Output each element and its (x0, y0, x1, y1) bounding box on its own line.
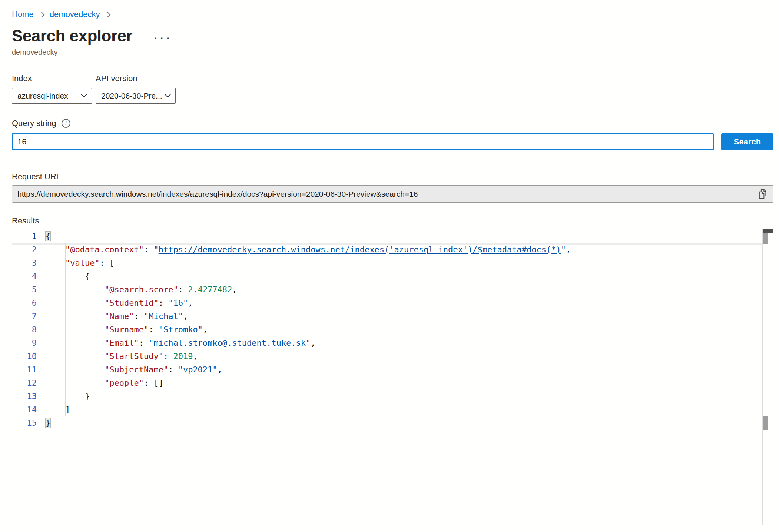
results-code-editor[interactable]: 123456789101112131415 { "@odata.context"… (12, 229, 773, 525)
code-token: : (134, 312, 144, 321)
code-token: "value" (65, 258, 100, 267)
code-token: { (46, 272, 90, 281)
code-token: } (46, 418, 50, 428)
request-url-box: https://demovedecky.search.windows.net/i… (12, 185, 773, 203)
editor-scrollbar-track (762, 229, 763, 525)
code-line: "Email": "michal.stromko@.student.tuke.s… (46, 336, 762, 350)
code-token: "Stromko" (159, 325, 203, 334)
code-token: 2019 (173, 352, 193, 361)
code-token (46, 365, 105, 374)
code-line: "SubjectName": "vp2021", (46, 363, 762, 376)
index-label: Index (12, 74, 92, 83)
more-options-button[interactable]: ··· (154, 30, 173, 42)
line-number: 4 (12, 270, 37, 283)
code-token: "Michal" (144, 312, 183, 321)
code-line: { (46, 230, 762, 243)
code-line: "people": [] (46, 376, 762, 390)
code-token (46, 312, 105, 321)
code-token: ] (46, 405, 70, 414)
code-line: } (46, 416, 762, 430)
editor-gutter: 123456789101112131415 (12, 230, 37, 430)
line-number: 13 (12, 390, 37, 403)
copy-icon (757, 188, 768, 200)
code-token: 2.4277482 (188, 285, 232, 294)
code-token (46, 378, 105, 388)
code-token: { (46, 232, 50, 241)
request-url-label: Request URL (12, 172, 773, 182)
code-token: : (144, 378, 154, 388)
code-line: "value": [ (46, 256, 762, 270)
code-line: } (46, 390, 762, 403)
code-token (46, 298, 105, 307)
code-token: : (178, 285, 188, 294)
query-string-input[interactable]: 16 (12, 133, 714, 150)
code-token: "@search.score" (105, 285, 178, 294)
code-token: : (139, 338, 149, 348)
code-token: } (46, 392, 90, 401)
code-line: "StartStudy": 2019, (46, 350, 762, 363)
code-token: : (163, 352, 173, 361)
code-token (46, 352, 105, 361)
breadcrumb-demovedecky-link[interactable]: demovedecky (50, 10, 100, 19)
line-number: 11 (12, 363, 37, 376)
line-number: 5 (12, 283, 37, 296)
line-number: 8 (12, 323, 37, 336)
query-string-label: Query string (12, 119, 56, 128)
search-button[interactable]: Search (721, 133, 773, 150)
code-token: "vp2021" (178, 365, 218, 374)
code-token (46, 245, 65, 254)
api-version-select-value: 2020-06-30-Pre... (101, 92, 162, 100)
results-label: Results (12, 216, 773, 226)
breadcrumb-home-link[interactable]: Home (12, 10, 34, 19)
info-icon[interactable]: i (62, 119, 70, 128)
chevron-down-icon (80, 91, 87, 97)
editor-scrollbar-thumb[interactable] (763, 233, 768, 244)
line-number: 15 (12, 416, 37, 430)
index-select[interactable]: azuresql-index (12, 88, 92, 104)
line-number: 7 (12, 310, 37, 323)
code-token: "Surname" (105, 325, 149, 334)
api-version-label: API version (96, 74, 176, 83)
line-number: 2 (12, 243, 37, 256)
query-string-value: 16 (17, 137, 26, 147)
code-token: " (561, 245, 566, 254)
code-token: "@odata.context" (65, 245, 144, 254)
code-token: "16" (168, 298, 188, 307)
code-line: "StudentId": "16", (46, 296, 762, 310)
code-line: "Name": "Michal", (46, 310, 762, 323)
code-token: : (149, 325, 159, 334)
code-token: " (153, 245, 158, 254)
page-title: Search explorer (12, 26, 132, 46)
code-token: "michal.stromko@.student.tuke.sk" (149, 338, 311, 348)
code-token (46, 285, 105, 294)
code-token: "SubjectName" (105, 365, 168, 374)
breadcrumb-chevron-icon (105, 11, 111, 17)
code-line: "Surname": "Stromko", (46, 323, 762, 336)
code-token: , (566, 245, 571, 254)
line-number: 10 (12, 350, 37, 363)
code-token (46, 338, 105, 348)
editor-content: { "@odata.context": "https://demovedecky… (46, 230, 762, 430)
code-token: , (193, 352, 198, 361)
code-token: , (203, 325, 208, 334)
code-token: [] (153, 378, 163, 388)
line-number: 3 (12, 256, 37, 270)
code-link[interactable]: https://demovedecky.search.windows.net/i… (159, 245, 561, 254)
code-token: "Name" (105, 312, 134, 321)
search-explorer-blade: Home demovedecky Search explorer ··· dem… (0, 0, 779, 525)
chevron-down-icon (164, 91, 171, 97)
line-number: 6 (12, 296, 37, 310)
code-token: : (168, 365, 178, 374)
page-subtitle: demovedecky (12, 48, 773, 57)
request-url-value: https://demovedecky.search.windows.net/i… (12, 190, 752, 199)
line-number: 9 (12, 336, 37, 350)
code-token: "StartStudy" (105, 352, 163, 361)
code-line: "@odata.context": "https://demovedecky.s… (46, 243, 762, 256)
text-caret (27, 137, 27, 147)
api-version-select[interactable]: 2020-06-30-Pre... (96, 88, 176, 104)
index-select-value: azuresql-index (17, 92, 68, 100)
code-token (46, 258, 65, 267)
copy-button[interactable] (752, 186, 773, 202)
page-scrollbar-thumb[interactable] (763, 416, 768, 430)
code-token: , (218, 365, 222, 374)
